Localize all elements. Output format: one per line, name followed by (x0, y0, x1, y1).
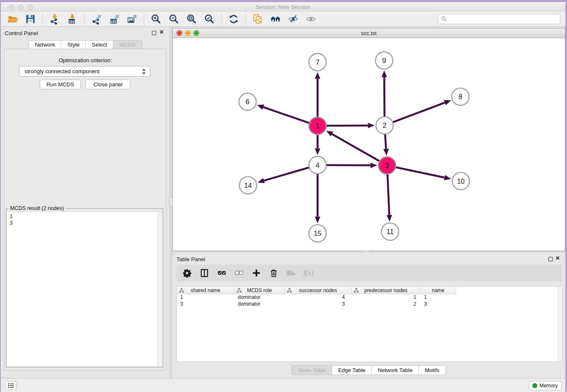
tab-mcds[interactable]: MCDS (113, 40, 142, 49)
result-scrollbar[interactable] (157, 212, 162, 366)
export-network-icon[interactable] (89, 13, 104, 25)
clone-network-icon[interactable] (250, 13, 265, 25)
tab-network[interactable]: Network (28, 40, 61, 49)
graph-edge-1-4[interactable] (315, 135, 320, 155)
zoom-fit-content-icon[interactable] (184, 13, 199, 25)
table-tab-node-table[interactable]: Node Table (292, 365, 332, 375)
zoom-out-icon[interactable] (167, 13, 181, 25)
table-cell[interactable]: dominator (234, 294, 285, 301)
table-panel-title: Table Panel (176, 256, 205, 262)
table-close-icon[interactable] (555, 254, 561, 262)
refresh-view-icon[interactable] (226, 13, 241, 25)
graph-edge-4-14[interactable] (258, 168, 309, 183)
table-row[interactable]: 3dominator323 (177, 301, 562, 308)
open-session-icon[interactable] (6, 13, 20, 25)
add-column-plus-icon[interactable] (251, 268, 262, 279)
show-all-icon[interactable] (304, 13, 318, 25)
column-header-mcds-role[interactable]: MCDS role (234, 287, 285, 294)
toolbar-group (84, 13, 144, 25)
import-table-icon[interactable] (65, 13, 80, 25)
close-panel-button[interactable]: Close panel (85, 80, 130, 89)
control-panel: Control Panel NetworkStyleSelectMCDS Opt… (1, 27, 170, 378)
svg-text:10: 10 (457, 177, 465, 185)
graph-edge-3-1[interactable] (326, 131, 380, 161)
toolbar-groups (1, 11, 323, 26)
apply-layout-icon[interactable] (268, 13, 283, 25)
list-icon (8, 383, 14, 389)
graph-node-4[interactable]: 4 (309, 156, 326, 174)
graph-edge-2-9[interactable] (382, 70, 387, 117)
table-cell[interactable]: 2 (352, 301, 421, 308)
table-cell[interactable]: 4 (285, 294, 352, 301)
graph-node-2[interactable]: 2 (376, 117, 393, 134)
toolbar-group (144, 13, 221, 25)
table-scrollbar[interactable] (558, 287, 562, 362)
table-cell[interactable]: 3 (421, 301, 456, 308)
graph-edge-1-7[interactable] (315, 72, 320, 117)
graph-edge-2-3[interactable] (383, 134, 389, 156)
import-network-icon[interactable] (47, 13, 62, 25)
graph-edge-1-2[interactable] (326, 123, 375, 128)
memory-button[interactable]: Memory (529, 381, 562, 390)
graph-edge-3-10[interactable] (396, 167, 451, 180)
svg-text:3: 3 (385, 162, 389, 169)
table-cell[interactable]: 3 (177, 301, 234, 308)
graph-node-6[interactable]: 6 (239, 93, 256, 110)
select-all-checkboxes-icon[interactable] (216, 268, 227, 279)
float-panel-icon[interactable] (152, 31, 156, 35)
close-panel-icon[interactable] (159, 28, 165, 36)
export-table-icon[interactable] (107, 13, 121, 25)
network-canvas[interactable]: 7968124314101511 (173, 38, 565, 251)
table-cell[interactable]: 1 (352, 294, 421, 301)
graph-edge-1-6[interactable] (257, 105, 309, 123)
unselect-all-checkboxes-icon[interactable] (234, 268, 245, 279)
tab-style[interactable]: Style (61, 40, 86, 49)
export-image-icon[interactable] (125, 13, 139, 25)
task-history-button[interactable] (5, 381, 17, 390)
delete-column-trash-icon[interactable] (268, 268, 279, 279)
graph-node-1[interactable]: 1 (309, 117, 326, 135)
graph-edge-4-3[interactable] (326, 163, 377, 168)
svg-text:14: 14 (244, 182, 252, 189)
column-header-predecessor-nodes[interactable]: predecessor nodes (352, 287, 421, 294)
table-row[interactable]: 1dominator411 (177, 294, 562, 301)
graph-node-15[interactable]: 15 (309, 225, 326, 242)
graph-node-10[interactable]: 10 (452, 172, 470, 190)
svg-text:1: 1 (316, 122, 319, 130)
graph-node-3[interactable]: 3 (378, 157, 396, 174)
search-box[interactable] (438, 14, 560, 24)
run-mcds-button[interactable]: Run MCDS (40, 80, 81, 89)
control-panel-tabs: NetworkStyleSelectMCDS (1, 40, 170, 49)
control-panel-header: Control Panel (1, 27, 170, 39)
table-tab-network-table[interactable]: Network Table (372, 365, 419, 375)
zoom-in-icon[interactable] (149, 13, 163, 25)
column-header-shared-name[interactable]: shared name (177, 287, 234, 294)
dropdown-stepper-icon (142, 68, 146, 75)
graph-node-11[interactable]: 11 (381, 223, 399, 240)
graph-edge-3-11[interactable] (387, 174, 392, 222)
graph-edge-4-15[interactable] (315, 174, 320, 224)
save-session-icon[interactable] (23, 13, 38, 25)
table-settings-gear-icon[interactable] (182, 268, 193, 279)
table-tab-edge-table[interactable]: Edge Table (332, 365, 372, 375)
search-input[interactable] (447, 15, 560, 23)
table-tab-motifs[interactable]: Motifs (418, 365, 446, 375)
column-header-name[interactable]: name (421, 287, 456, 294)
hide-selected-icon[interactable] (286, 13, 300, 25)
column-header-successor-nodes[interactable]: successor nodes (285, 287, 352, 294)
graph-node-14[interactable]: 14 (239, 177, 257, 194)
tab-select[interactable]: Select (85, 40, 113, 49)
graph-node-7[interactable]: 7 (309, 53, 326, 71)
criterion-dropdown[interactable]: strongly connected component (19, 66, 150, 77)
table-cell[interactable]: 3 (285, 301, 352, 308)
zoom-selected-icon[interactable] (202, 13, 217, 25)
table-cell[interactable]: 1 (177, 294, 234, 301)
table-float-icon[interactable] (548, 257, 553, 261)
table-cell[interactable]: 1 (421, 294, 456, 301)
graph-edge-2-8[interactable] (393, 100, 451, 122)
graph-node-8[interactable]: 8 (452, 88, 469, 105)
mcds-result-box: MCDS result (2 nodes) 13 (6, 208, 163, 367)
graph-node-9[interactable]: 9 (375, 52, 393, 69)
show-columns-icon[interactable] (199, 268, 210, 279)
table-cell[interactable]: dominator (234, 301, 285, 308)
